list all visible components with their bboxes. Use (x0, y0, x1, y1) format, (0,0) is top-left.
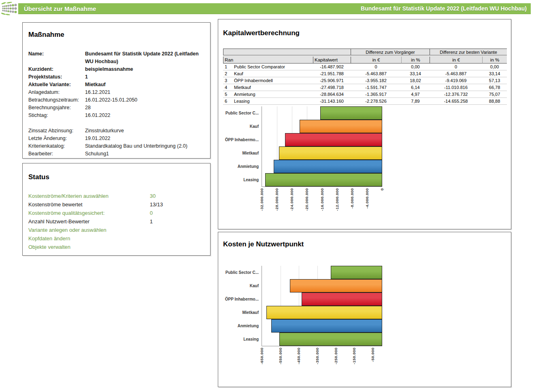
x-tick-label: -20.000.000 (304, 188, 309, 211)
status-item: Kostenströme bewertet13/13 (28, 200, 206, 209)
status-panel: Status Kostenströme/Kriterien auswählen3… (22, 163, 211, 256)
bar-row (262, 266, 382, 279)
category-label: ÖPP Inhabermo... (218, 292, 259, 306)
bar-leasing (265, 173, 382, 186)
field-row: Anlagedatum:16.12.2021 (28, 89, 206, 96)
x-tick-label: -650.000 (260, 348, 264, 364)
field-label: Kurzident: (28, 66, 85, 73)
bar-kauf (300, 120, 382, 133)
field-value: 1 (85, 73, 206, 81)
x-tick-label: -28.000.000 (274, 188, 279, 211)
status-link-item[interactable]: Kostenströme/Kriterien auswählen30 (28, 192, 206, 200)
bar-row (262, 146, 382, 160)
status-label: Objekte verwalten (28, 243, 150, 251)
massnahme-fields: Name:Bundesamt für Statistik Update 2022… (28, 50, 206, 158)
bar-row (262, 319, 382, 333)
field-row: Kriterienkatalog:Standardkatalog Bau und… (28, 142, 206, 150)
field-row: Letzte Änderung:19.01.2022 (28, 135, 206, 142)
plot-area (262, 266, 382, 346)
category-label: Mietkauf (218, 306, 259, 319)
status-value (150, 226, 206, 234)
field-label: Kriterienkatalog: (28, 142, 85, 150)
category-axis: Public Sector C...KaufÖPP Inhabermo...Mi… (218, 106, 259, 186)
status-value (150, 234, 206, 243)
field-row: Stichtag:16.01.2022 (28, 112, 206, 119)
x-tick-label: -550.000 (278, 348, 282, 364)
page: Übersicht zur Maßnahme Bundesamt für Sta… (0, 0, 534, 392)
field-value: 16.01.2022 (85, 112, 206, 119)
status-value: 1 (150, 217, 206, 226)
x-tick-label: -50.000 (370, 348, 375, 362)
status-link-item[interactable]: Kopfdaten ändern (28, 234, 206, 243)
field-row: Berechnungsjahre:28 (28, 104, 206, 112)
category-label: Public Sector C... (218, 266, 259, 279)
x-tick-label: -32.000.000 (260, 188, 264, 211)
field-value: Zinsstrukturkurve (85, 127, 206, 135)
x-tick-label: -450.000 (296, 348, 301, 364)
category-label: Anmietung (218, 160, 259, 173)
status-value: 30 (150, 192, 206, 200)
field-value: 28 (85, 104, 206, 112)
category-axis: Public Sector C...KaufÖPP Inhabermo...Mi… (218, 266, 259, 346)
field-row: Aktuelle Variante:Mietkauf (28, 81, 206, 89)
field-value: 16.12.2021 (85, 89, 206, 96)
bar-row (262, 160, 382, 173)
x-tick-label: -8.000.000 (349, 188, 354, 208)
bar--pp-inhabermodell (285, 133, 382, 146)
status-label: Kostenströme/Kriterien auswählen (28, 192, 150, 200)
status-list: Kostenströme/Kriterien auswählen30Kosten… (28, 192, 206, 251)
page-title: Übersicht zur Maßnahme (18, 5, 96, 12)
x-tick-label: -12.000.000 (334, 188, 339, 211)
bar-row (262, 133, 382, 146)
status-value: 13/13 (150, 200, 206, 209)
app-logo-icon (1, 2, 18, 15)
category-label: Public Sector C... (218, 106, 259, 120)
field-label: Zinssatz Abzinsung: (28, 127, 85, 135)
x-tick-label: -350.000 (315, 348, 319, 364)
bar-row (262, 279, 382, 292)
category-label: Kauf (218, 120, 259, 133)
massnahme-panel: Maßnahme Name:Bundesamt für Statistik Up… (22, 22, 211, 159)
bar-row (262, 120, 382, 133)
field-row: Betrachtungszeitraum:16.01.2022-15.01.20… (28, 96, 206, 104)
nutzwert-panel: Kosten je Nutzwertpunkt Public Sector C.… (218, 232, 511, 387)
plot-area (262, 106, 382, 187)
x-tick-label: 0 (380, 188, 384, 191)
category-label: Leasing (218, 333, 259, 346)
field-label: Letzte Änderung: (28, 135, 85, 142)
field-label: Aktuelle Variante: (28, 81, 85, 89)
bar-row (262, 333, 382, 346)
category-label: Kauf (218, 279, 259, 292)
kapitalwert-panel: Kapitalwertberechnung Differenz zum Vorg… (218, 19, 511, 229)
status-item: Anzahl Nutzwert-Bewerter1 (28, 217, 206, 226)
field-value: 19.01.2022 (85, 135, 206, 142)
status-label: Variante anlegen oder auswählen (28, 226, 150, 234)
field-value: Bundesamt für Statistik Update 2022 (Lei… (85, 50, 206, 66)
bar-row (262, 292, 382, 306)
field-label: Projektstatus: (28, 73, 85, 81)
x-tick-label: -24.000.000 (289, 188, 294, 211)
category-label: Anmietung (218, 319, 259, 333)
x-tick-label: -4.000.000 (364, 188, 369, 208)
x-axis: -650.000-550.000-450.000-350.000-250.000… (262, 348, 382, 373)
nutzwert-chart: Public Sector C...KaufÖPP Inhabermo...Mi… (218, 232, 511, 387)
title-bar: Übersicht zur Maßnahme Bundesamt für Sta… (18, 3, 531, 14)
spacer (28, 119, 206, 127)
status-panel-title: Status (28, 173, 49, 181)
field-value: Schulung1 (85, 150, 206, 158)
field-value: Mietkauf (85, 81, 206, 89)
status-link-item[interactable]: Kostenströme qualitätsgesichert:0 (28, 209, 206, 217)
bar-mietkauf (279, 146, 382, 160)
status-link-item[interactable]: Variante anlegen oder auswählen (28, 226, 206, 234)
field-row: Zinssatz Abzinsung:Zinsstrukturkurve (28, 127, 206, 135)
field-label: Stichtag: (28, 112, 85, 119)
app-header: Übersicht zur Maßnahme Bundesamt für Sta… (0, 0, 534, 17)
status-link-item[interactable]: Objekte verwalten (28, 243, 206, 251)
bar-row (262, 173, 382, 186)
category-label: Leasing (218, 173, 259, 186)
field-row: Kurzident:beispielmassnahme (28, 66, 206, 73)
x-tick-label: -16.000.000 (319, 188, 324, 211)
field-label: Berechnungsjahre: (28, 104, 85, 112)
field-label: Betrachtungszeitraum: (28, 96, 85, 104)
status-label: Kopfdaten ändern (28, 234, 150, 243)
